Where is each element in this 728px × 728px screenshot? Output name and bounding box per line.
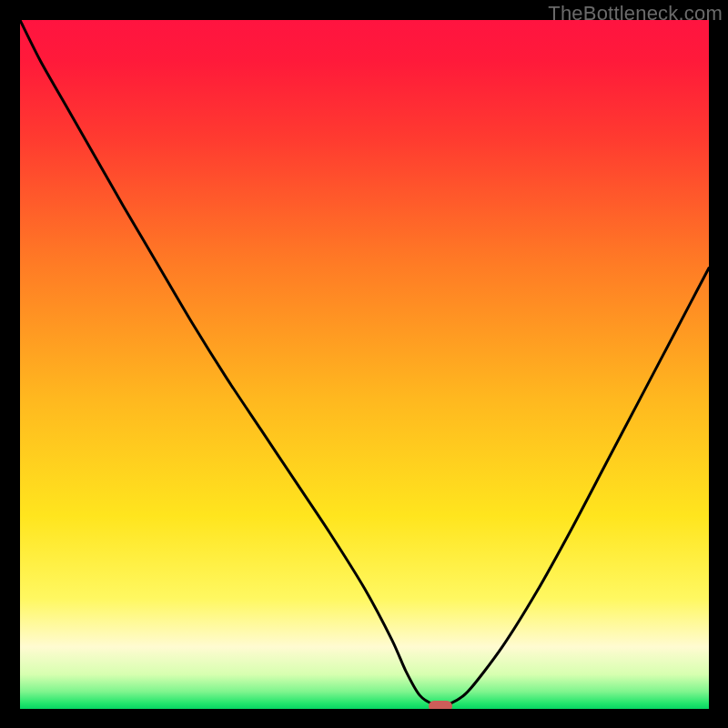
plot-area — [20, 20, 709, 709]
bottleneck-curve — [20, 20, 709, 709]
curve-path — [20, 20, 709, 705]
watermark-text: TheBottleneck.com — [548, 2, 723, 25]
optimal-point-marker — [429, 701, 452, 709]
chart-frame: TheBottleneck.com — [0, 0, 728, 728]
